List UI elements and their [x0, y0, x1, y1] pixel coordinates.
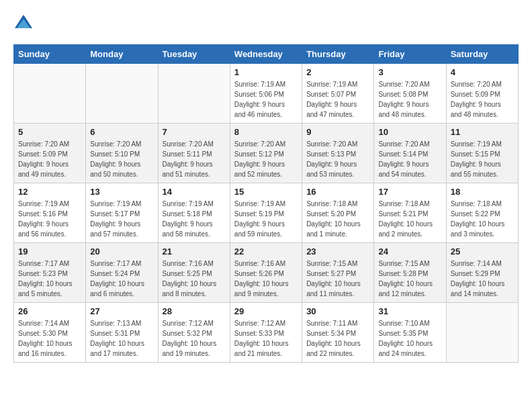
calendar-week-row: 5Sunrise: 7:20 AM Sunset: 5:09 PM Daylig… [14, 124, 519, 183]
day-number: 22 [234, 246, 298, 257]
calendar-cell: 9Sunrise: 7:20 AM Sunset: 5:13 PM Daylig… [302, 124, 374, 183]
calendar-cell: 24Sunrise: 7:15 AM Sunset: 5:28 PM Dayli… [374, 243, 446, 303]
day-info: Sunrise: 7:20 AM Sunset: 5:11 PM Dayligh… [163, 139, 226, 179]
day-number: 29 [234, 306, 298, 316]
day-number: 23 [306, 246, 369, 257]
day-number: 26 [18, 306, 81, 316]
day-number: 5 [18, 127, 81, 137]
day-number: 3 [378, 67, 441, 77]
calendar-cell: 3Sunrise: 7:20 AM Sunset: 5:08 PM Daylig… [374, 64, 446, 124]
day-number: 19 [18, 246, 81, 257]
day-info: Sunrise: 7:20 AM Sunset: 5:09 PM Dayligh… [18, 139, 81, 179]
day-number: 6 [90, 127, 153, 137]
day-number: 24 [378, 246, 441, 257]
day-info: Sunrise: 7:18 AM Sunset: 5:21 PM Dayligh… [378, 199, 441, 239]
calendar-cell: 16Sunrise: 7:18 AM Sunset: 5:20 PM Dayli… [302, 183, 374, 243]
day-number: 20 [90, 246, 153, 257]
calendar-cell: 10Sunrise: 7:20 AM Sunset: 5:14 PM Dayli… [374, 124, 446, 183]
day-number: 17 [378, 187, 441, 197]
calendar-cell: 19Sunrise: 7:17 AM Sunset: 5:23 PM Dayli… [14, 243, 86, 303]
day-number: 27 [90, 306, 153, 316]
calendar-week-row: 1Sunrise: 7:19 AM Sunset: 5:06 PM Daylig… [14, 64, 519, 124]
calendar-cell: 18Sunrise: 7:18 AM Sunset: 5:22 PM Dayli… [446, 183, 518, 243]
day-number: 18 [451, 187, 514, 197]
weekday-header-monday: Monday [86, 45, 158, 64]
day-info: Sunrise: 7:11 AM Sunset: 5:34 PM Dayligh… [306, 318, 369, 359]
calendar-cell: 12Sunrise: 7:19 AM Sunset: 5:16 PM Dayli… [14, 183, 86, 243]
weekday-header-sunday: Sunday [14, 45, 86, 64]
calendar-cell: 20Sunrise: 7:17 AM Sunset: 5:24 PM Dayli… [86, 243, 158, 303]
day-info: Sunrise: 7:12 AM Sunset: 5:33 PM Dayligh… [234, 318, 298, 359]
calendar-cell: 7Sunrise: 7:20 AM Sunset: 5:11 PM Daylig… [158, 124, 230, 183]
calendar-cell [86, 64, 158, 124]
day-number: 11 [451, 127, 514, 137]
calendar-cell: 22Sunrise: 7:16 AM Sunset: 5:26 PM Dayli… [230, 243, 302, 303]
day-number: 9 [306, 127, 369, 137]
calendar-cell: 30Sunrise: 7:11 AM Sunset: 5:34 PM Dayli… [302, 303, 374, 363]
day-number: 25 [451, 246, 514, 257]
logo [13, 13, 36, 34]
page-header [13, 13, 519, 34]
calendar-cell: 25Sunrise: 7:14 AM Sunset: 5:29 PM Dayli… [446, 243, 518, 303]
calendar-cell: 2Sunrise: 7:19 AM Sunset: 5:07 PM Daylig… [302, 64, 374, 124]
day-info: Sunrise: 7:20 AM Sunset: 5:12 PM Dayligh… [234, 139, 298, 179]
day-number: 21 [163, 246, 226, 257]
weekday-header-tuesday: Tuesday [158, 45, 230, 64]
calendar-cell: 31Sunrise: 7:10 AM Sunset: 5:35 PM Dayli… [374, 303, 446, 363]
day-info: Sunrise: 7:14 AM Sunset: 5:29 PM Dayligh… [451, 259, 514, 299]
calendar-cell: 29Sunrise: 7:12 AM Sunset: 5:33 PM Dayli… [230, 303, 302, 363]
calendar-cell [14, 64, 86, 124]
day-number: 7 [163, 127, 226, 137]
day-number: 8 [234, 127, 298, 137]
day-number: 28 [163, 306, 226, 316]
weekday-header-friday: Friday [374, 45, 446, 64]
day-info: Sunrise: 7:20 AM Sunset: 5:14 PM Dayligh… [378, 139, 441, 179]
day-number: 12 [18, 187, 81, 197]
calendar-cell: 27Sunrise: 7:13 AM Sunset: 5:31 PM Dayli… [86, 303, 158, 363]
day-info: Sunrise: 7:16 AM Sunset: 5:25 PM Dayligh… [163, 259, 226, 299]
day-info: Sunrise: 7:19 AM Sunset: 5:16 PM Dayligh… [18, 199, 81, 239]
logo-icon [13, 13, 34, 34]
day-number: 13 [90, 187, 153, 197]
calendar-cell: 1Sunrise: 7:19 AM Sunset: 5:06 PM Daylig… [230, 64, 302, 124]
day-info: Sunrise: 7:19 AM Sunset: 5:17 PM Dayligh… [90, 199, 153, 239]
calendar-cell: 6Sunrise: 7:20 AM Sunset: 5:10 PM Daylig… [86, 124, 158, 183]
day-info: Sunrise: 7:19 AM Sunset: 5:07 PM Dayligh… [306, 79, 369, 120]
day-info: Sunrise: 7:12 AM Sunset: 5:32 PM Dayligh… [163, 318, 226, 359]
weekday-header-wednesday: Wednesday [230, 45, 302, 64]
calendar-week-row: 26Sunrise: 7:14 AM Sunset: 5:30 PM Dayli… [14, 303, 519, 363]
calendar-cell: 23Sunrise: 7:15 AM Sunset: 5:27 PM Dayli… [302, 243, 374, 303]
day-info: Sunrise: 7:17 AM Sunset: 5:23 PM Dayligh… [18, 259, 81, 299]
day-info: Sunrise: 7:20 AM Sunset: 5:13 PM Dayligh… [306, 139, 369, 179]
day-number: 16 [306, 187, 369, 197]
calendar-cell: 26Sunrise: 7:14 AM Sunset: 5:30 PM Dayli… [14, 303, 86, 363]
day-number: 14 [163, 187, 226, 197]
calendar-table: SundayMondayTuesdayWednesdayThursdayFrid… [13, 44, 519, 363]
day-info: Sunrise: 7:15 AM Sunset: 5:28 PM Dayligh… [378, 259, 441, 299]
calendar-cell: 28Sunrise: 7:12 AM Sunset: 5:32 PM Dayli… [158, 303, 230, 363]
day-info: Sunrise: 7:19 AM Sunset: 5:15 PM Dayligh… [451, 139, 514, 179]
calendar-week-row: 19Sunrise: 7:17 AM Sunset: 5:23 PM Dayli… [14, 243, 519, 303]
calendar-cell: 5Sunrise: 7:20 AM Sunset: 5:09 PM Daylig… [14, 124, 86, 183]
calendar-cell: 4Sunrise: 7:20 AM Sunset: 5:09 PM Daylig… [446, 64, 518, 124]
day-info: Sunrise: 7:19 AM Sunset: 5:06 PM Dayligh… [234, 79, 298, 120]
day-number: 30 [306, 306, 369, 316]
calendar-cell: 17Sunrise: 7:18 AM Sunset: 5:21 PM Dayli… [374, 183, 446, 243]
weekday-header-thursday: Thursday [302, 45, 374, 64]
calendar-cell: 21Sunrise: 7:16 AM Sunset: 5:25 PM Dayli… [158, 243, 230, 303]
calendar-cell [158, 64, 230, 124]
calendar-week-row: 12Sunrise: 7:19 AM Sunset: 5:16 PM Dayli… [14, 183, 519, 243]
day-info: Sunrise: 7:13 AM Sunset: 5:31 PM Dayligh… [90, 318, 153, 359]
day-number: 2 [306, 67, 369, 77]
weekday-header-row: SundayMondayTuesdayWednesdayThursdayFrid… [14, 45, 519, 64]
day-info: Sunrise: 7:19 AM Sunset: 5:19 PM Dayligh… [234, 199, 298, 239]
day-info: Sunrise: 7:20 AM Sunset: 5:09 PM Dayligh… [451, 79, 514, 120]
day-number: 10 [378, 127, 441, 137]
day-number: 1 [234, 67, 298, 77]
day-info: Sunrise: 7:20 AM Sunset: 5:08 PM Dayligh… [378, 79, 441, 120]
calendar-cell: 11Sunrise: 7:19 AM Sunset: 5:15 PM Dayli… [446, 124, 518, 183]
calendar-cell [446, 303, 518, 363]
day-info: Sunrise: 7:15 AM Sunset: 5:27 PM Dayligh… [306, 259, 369, 299]
day-info: Sunrise: 7:17 AM Sunset: 5:24 PM Dayligh… [90, 259, 153, 299]
day-info: Sunrise: 7:20 AM Sunset: 5:10 PM Dayligh… [90, 139, 153, 179]
